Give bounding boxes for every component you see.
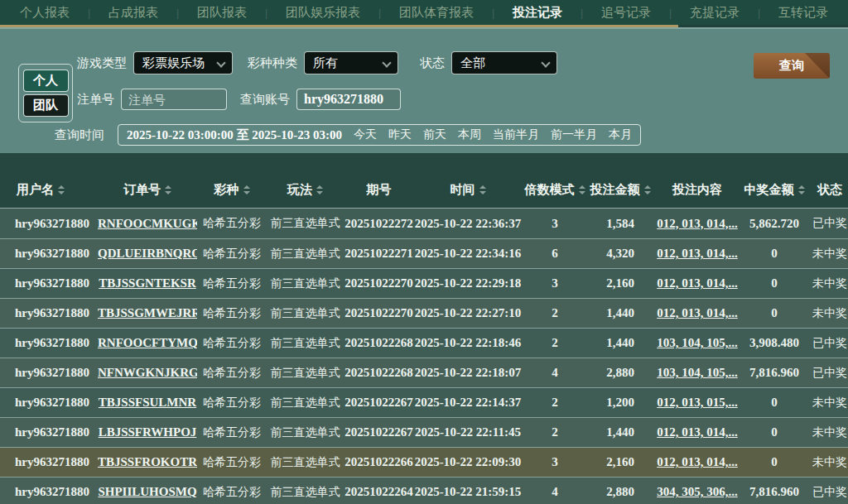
cell-issue: 20251022266 bbox=[344, 455, 414, 469]
column-header[interactable]: 时间 bbox=[414, 182, 522, 198]
sort-icon[interactable] bbox=[479, 185, 486, 194]
quick-range-button-4[interactable]: 本周 bbox=[458, 127, 481, 142]
column-header-label: 投注内容 bbox=[672, 182, 722, 198]
nav-tab-5[interactable]: 团队体育报表 bbox=[399, 5, 474, 21]
column-header[interactable]: 投注金额 bbox=[588, 182, 653, 198]
cell-order-no: NFNWGKNJKRGL bbox=[98, 366, 197, 380]
cell-username: hry963271880 bbox=[0, 396, 98, 410]
game-type-select[interactable]: 彩票娱乐场 bbox=[133, 51, 233, 74]
cell-time: 2025-10-22 22:11:45 bbox=[414, 425, 522, 439]
cell-bet-amount: 1,584 bbox=[588, 217, 653, 231]
nav-separator: | bbox=[758, 7, 760, 19]
cell-bet-content-link[interactable]: 304, 305, 306,... bbox=[657, 485, 738, 498]
cell-bet-content-link[interactable]: 012, 013, 014,... bbox=[657, 276, 738, 290]
cell-issue: 20251022271 bbox=[344, 247, 414, 261]
query-button[interactable]: 查询 bbox=[754, 53, 830, 79]
scope-team-button[interactable]: 团队 bbox=[23, 94, 69, 117]
sort-icon[interactable] bbox=[165, 185, 171, 194]
cell-bet-content: 012, 013, 014,... bbox=[653, 306, 742, 320]
cell-order-no-link[interactable]: QDLUEIRBNQRO bbox=[98, 247, 197, 260]
nav-tab-9[interactable]: 互转记录 bbox=[778, 5, 828, 21]
column-header[interactable]: 用户名 bbox=[0, 182, 98, 198]
nav-tab-8[interactable]: 充提记录 bbox=[690, 5, 740, 21]
filter-row-time: 查询时间 2025-10-22 03:00:00 至 2025-10-23 03… bbox=[55, 124, 641, 146]
column-header[interactable]: 玩法 bbox=[267, 182, 344, 198]
chevron-down-icon bbox=[218, 60, 224, 66]
cell-bet-content: 012, 013, 015,... bbox=[653, 396, 742, 410]
cell-status: 已中奖 bbox=[807, 216, 848, 231]
cell-order-no-link[interactable]: RNFOOCFTYMQP bbox=[98, 336, 197, 349]
sort-icon[interactable] bbox=[243, 185, 250, 194]
nav-tab-1[interactable]: 个人报表 bbox=[20, 5, 70, 21]
scope-personal-button[interactable]: 个人 bbox=[23, 70, 69, 92]
cell-bet-content-link[interactable]: 012, 013, 014,... bbox=[657, 247, 738, 260]
nav-tab-7[interactable]: 追号记录 bbox=[601, 5, 651, 21]
quick-range-button-5[interactable]: 当前半月 bbox=[493, 127, 539, 142]
column-header-label: 彩种 bbox=[214, 182, 239, 198]
column-header[interactable]: 期号 bbox=[344, 182, 414, 198]
cell-bet-content-link[interactable]: 012, 013, 014,... bbox=[657, 455, 738, 468]
column-header[interactable]: 订单号 bbox=[98, 182, 197, 198]
quick-range-button-2[interactable]: 昨天 bbox=[388, 127, 412, 142]
column-header[interactable]: 投注内容 bbox=[653, 182, 742, 198]
quick-range-button-7[interactable]: 本月 bbox=[609, 127, 632, 142]
daterange-input[interactable]: 2025-10-22 03:00:00 至 2025-10-23 03:00:0 bbox=[127, 127, 342, 143]
column-header[interactable]: 状态 bbox=[807, 182, 848, 198]
account-input[interactable] bbox=[296, 89, 401, 110]
nav-separator: | bbox=[581, 7, 583, 19]
sort-icon[interactable] bbox=[58, 185, 65, 194]
nav-tab-6[interactable]: 投注记录 bbox=[513, 5, 562, 21]
cell-lottery: 哈希五分彩 bbox=[197, 455, 267, 470]
cell-time: 2025-10-22 22:14:37 bbox=[414, 396, 522, 410]
filter-row-selects: 游戏类型 彩票娱乐场 彩种种类 所有 状态 全部 bbox=[77, 51, 557, 74]
order-no-input[interactable] bbox=[121, 89, 227, 110]
cell-bet-content-link[interactable]: 103, 104, 105,... bbox=[657, 336, 738, 349]
column-header-label: 玩法 bbox=[287, 182, 312, 198]
game-type-label: 游戏类型 bbox=[77, 55, 127, 71]
cell-bet-content-link[interactable]: 012, 013, 014,... bbox=[657, 217, 738, 230]
cell-time: 2025-10-22 22:18:46 bbox=[414, 336, 522, 350]
sort-icon[interactable] bbox=[798, 185, 805, 194]
sort-asc-icon bbox=[58, 185, 65, 189]
cell-bet-amount: 1,440 bbox=[588, 425, 653, 439]
cell-play: 前三直选单式 bbox=[267, 247, 344, 262]
quick-range-button-6[interactable]: 前一半月 bbox=[551, 127, 597, 142]
column-header[interactable]: 彩种 bbox=[197, 182, 267, 198]
cell-order-no-link[interactable]: TBJSSGNTEKSR bbox=[99, 276, 196, 290]
column-header[interactable]: 中奖金额 bbox=[742, 182, 807, 198]
cell-bet-content-link[interactable]: 012, 013, 014,... bbox=[657, 306, 738, 319]
cell-time: 2025-10-22 22:18:07 bbox=[414, 366, 522, 380]
nav-separator: | bbox=[492, 7, 494, 19]
nav-tab-2[interactable]: 占成报表 bbox=[108, 5, 158, 21]
nav-tab-4[interactable]: 团队娱乐报表 bbox=[286, 5, 360, 21]
sort-icon[interactable] bbox=[644, 185, 651, 194]
quick-range-button-1[interactable]: 今天 bbox=[354, 127, 377, 142]
cell-order-no-link[interactable]: NFNWGKNJKRGL bbox=[98, 366, 197, 379]
cell-bet-content-link[interactable]: 012, 013, 014,... bbox=[657, 425, 738, 439]
status-select[interactable]: 全部 bbox=[451, 51, 557, 74]
lottery-kind-select[interactable]: 所有 bbox=[304, 51, 398, 74]
sort-desc-icon bbox=[579, 191, 585, 194]
cell-order-no-link[interactable]: TBJSSFROKOTR bbox=[98, 455, 197, 468]
cell-multiplier: 2 bbox=[522, 396, 588, 410]
cell-lottery: 哈希五分彩 bbox=[197, 247, 267, 262]
cell-bet-content-link[interactable]: 103, 104, 105,... bbox=[657, 366, 738, 379]
column-header[interactable]: 倍数模式 bbox=[522, 182, 588, 198]
table-row: hry963271880TBJSSFROKOTR哈希五分彩前三直选单式20251… bbox=[0, 447, 848, 477]
status-label: 状态 bbox=[420, 55, 445, 71]
cell-issue: 20251022267 bbox=[344, 396, 414, 410]
cell-order-no-link[interactable]: TBJSSGMWEJRR bbox=[98, 306, 197, 319]
sort-icon[interactable] bbox=[316, 185, 323, 194]
cell-username: hry963271880 bbox=[0, 276, 98, 290]
sort-icon[interactable] bbox=[579, 185, 585, 194]
cell-bet-content-link[interactable]: 012, 013, 015,... bbox=[657, 396, 738, 409]
nav-tab-3[interactable]: 团队报表 bbox=[197, 5, 247, 21]
cell-order-no: QDLUEIRBNQRO bbox=[98, 247, 197, 261]
cell-order-no-link[interactable]: SHPIILUHOSMQ bbox=[98, 485, 196, 498]
cell-order-no-link[interactable]: RNFOOCMKUGKP bbox=[98, 217, 197, 230]
nav-separator: | bbox=[669, 7, 672, 19]
cell-order-no-link[interactable]: LBJSSFRWHPOJ bbox=[99, 425, 197, 439]
cell-username: hry963271880 bbox=[0, 247, 98, 261]
cell-order-no-link[interactable]: TBJSSFSULMNR bbox=[99, 396, 196, 409]
quick-range-button-3[interactable]: 前天 bbox=[423, 127, 446, 142]
